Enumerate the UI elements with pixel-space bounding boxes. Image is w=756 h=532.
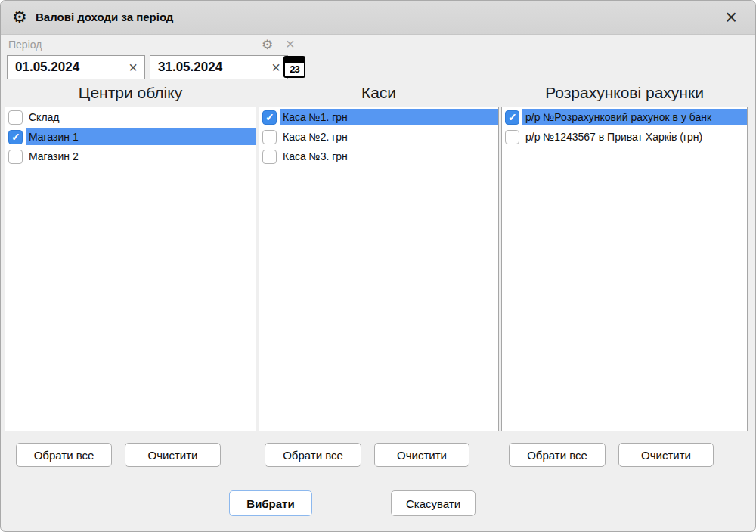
list-item[interactable]: ✓ Склад	[5, 107, 256, 127]
calendar-icon-top	[285, 57, 304, 63]
checkbox[interactable]: ✓	[262, 110, 277, 125]
date-from-value[interactable]: 01.05.2024	[8, 60, 122, 75]
settlement-accounts-list: ✓ р/р №Розрахунковий рахунок в у банк ✓ …	[501, 107, 748, 431]
list-item-label[interactable]: р/р №1243567 в Приват Харків (грн)	[522, 128, 747, 145]
list-item-label[interactable]: Магазин 1	[26, 128, 256, 145]
panel-header-cash-registers: Каси	[259, 84, 499, 105]
checkmark-icon: ✓	[508, 111, 517, 124]
clear-button-cash-registers[interactable]: Очистити	[374, 443, 469, 467]
list-item-label[interactable]: Каса №2. грн	[280, 128, 498, 145]
dialog-window: ⚙ Валові доходи за період × Період ⚙ × 0…	[0, 0, 756, 532]
list-item[interactable]: ✓ Магазин 2	[5, 147, 256, 166]
list-item[interactable]: ✓ Каса №2. грн	[259, 127, 498, 147]
panel-header-accounting-centers: Центри обліку	[5, 84, 256, 105]
accounting-centers-list: ✓ Склад ✓ Магазин 1 ✓ Магазин 2	[5, 107, 256, 431]
checkmark-icon: ✓	[11, 131, 20, 144]
list-item-label[interactable]: Магазин 2	[26, 148, 256, 165]
list-item[interactable]: ✓ р/р №1243567 в Приват Харків (грн)	[502, 127, 747, 147]
checkbox[interactable]: ✓	[8, 110, 23, 125]
list-item[interactable]: ✓ Магазин 1	[5, 127, 256, 147]
list-item[interactable]: ✓ р/р №Розрахунковий рахунок в у банк	[502, 107, 747, 127]
checkmark-icon: ✓	[265, 111, 274, 124]
checkbox[interactable]: ✓	[8, 150, 23, 164]
select-all-button-cash-registers[interactable]: Обрати все	[265, 443, 361, 467]
panel-header-settlement-accounts: Розрахункові рахунки	[501, 84, 748, 105]
cancel-button[interactable]: Скасувати	[391, 490, 476, 516]
checkbox[interactable]: ✓	[505, 130, 519, 144]
gear-icon: ⚙	[12, 8, 27, 27]
clear-button-accounting-centers[interactable]: Очистити	[125, 443, 221, 467]
close-icon[interactable]: ×	[725, 5, 737, 29]
select-all-button-accounting-centers[interactable]: Обрати все	[16, 443, 112, 467]
date-from-clear-icon[interactable]: ×	[122, 59, 144, 76]
list-item-label[interactable]: Каса №3. грн	[280, 148, 498, 165]
window-title: Валові доходи за період	[36, 11, 173, 23]
calendar-icon[interactable]: 23	[284, 56, 305, 78]
checkbox[interactable]: ✓	[505, 110, 519, 125]
list-item-label[interactable]: Склад	[26, 109, 256, 125]
cash-registers-list: ✓ Каса №1. грн ✓ Каса №2. грн ✓ Каса №3.…	[259, 107, 499, 431]
period-reset-icon[interactable]: ×	[286, 36, 295, 53]
date-from-field[interactable]: 01.05.2024 ×	[7, 55, 145, 79]
calendar-icon-day: 23	[285, 63, 304, 76]
date-to-value[interactable]: 31.05.2024	[150, 60, 265, 75]
period-label: Період	[8, 39, 42, 51]
checkbox[interactable]: ✓	[262, 130, 277, 144]
list-item-label[interactable]: р/р №Розрахунковий рахунок в у банк	[522, 109, 747, 125]
clear-button-settlement-accounts[interactable]: Очистити	[618, 443, 714, 467]
date-to-field[interactable]: 31.05.2024 ×	[150, 55, 288, 79]
list-item-label[interactable]: Каса №1. грн	[280, 109, 498, 125]
select-all-button-settlement-accounts[interactable]: Обрати все	[509, 443, 606, 467]
list-item[interactable]: ✓ Каса №3. грн	[259, 147, 498, 166]
checkbox[interactable]: ✓	[262, 150, 277, 164]
title-bar: ⚙ Валові доходи за період ×	[1, 1, 755, 35]
list-item[interactable]: ✓ Каса №1. грн	[259, 107, 498, 127]
select-button[interactable]: Вибрати	[229, 490, 312, 516]
period-settings-gear-icon[interactable]: ⚙	[262, 37, 273, 53]
checkbox[interactable]: ✓	[8, 130, 23, 144]
